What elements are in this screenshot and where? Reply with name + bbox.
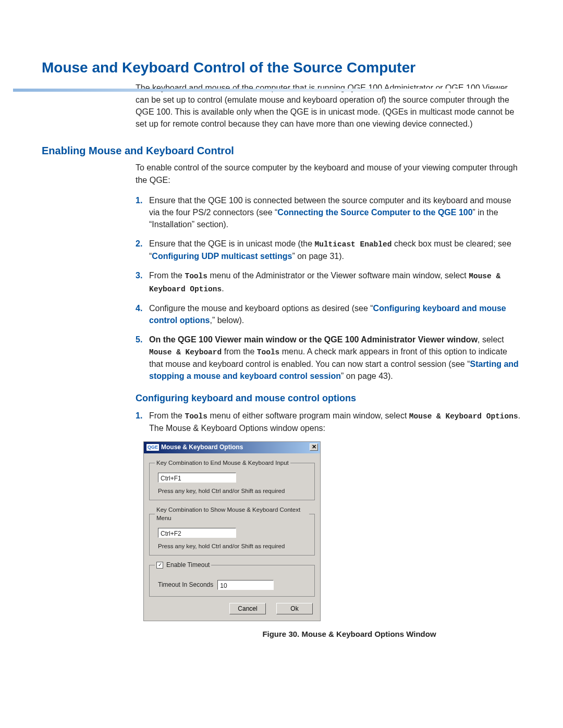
hint-text: Press any key, hold Ctrl and/or Shift as… bbox=[158, 487, 309, 496]
mk-options-dialog: QGE Mouse & Keyboard Options ✕ Key Combi… bbox=[143, 441, 321, 621]
mono-text: Multicast Enabled bbox=[315, 240, 392, 249]
link-connecting[interactable]: Connecting the Source Computer to the QG… bbox=[277, 208, 472, 217]
dialog-titlebar: QGE Mouse & Keyboard Options ✕ bbox=[144, 442, 320, 453]
step-number: 5. bbox=[136, 334, 142, 346]
dialog-title: Mouse & Keyboard Options bbox=[161, 443, 243, 452]
top-gradient-bar bbox=[13, 89, 563, 92]
cfg-step-1: 1. From the Tools menu of either softwar… bbox=[136, 410, 521, 434]
step-bold: On the QGE 100 Viewer main window or the… bbox=[149, 335, 478, 344]
timeout-label: Timeout In Seconds bbox=[158, 581, 213, 589]
dialog-buttons: Cancel Ok bbox=[144, 600, 320, 621]
step-text: menu of either software program main win… bbox=[207, 411, 409, 420]
step-2: 2. Ensure that the QGE is in unicast mod… bbox=[136, 238, 521, 262]
enabling-steps: 1. Ensure that the QGE 100 is connected … bbox=[136, 194, 521, 382]
fieldset-legend: Key Combination to End Mouse & Keyboard … bbox=[155, 459, 290, 467]
mono-text: Mouse & Keyboard bbox=[149, 348, 222, 356]
ok-button[interactable]: Ok bbox=[276, 603, 313, 614]
figure-caption: Figure 30. Mouse & Keyboard Options Wind… bbox=[177, 628, 521, 640]
enabling-lead: To enable control of the source computer… bbox=[136, 162, 521, 186]
step-1: 1. Ensure that the QGE 100 is connected … bbox=[136, 194, 521, 231]
dialog-figure: QGE Mouse & Keyboard Options ✕ Key Combi… bbox=[143, 441, 521, 640]
mono-text: Tools bbox=[257, 348, 280, 356]
step-number: 4. bbox=[136, 302, 142, 314]
step-text: ” on page 43). bbox=[341, 372, 393, 380]
fieldset-timeout: ✓ Enable Timeout Timeout In Seconds 10 bbox=[149, 561, 315, 597]
step-text: menu of the Administrator or the Viewer … bbox=[207, 271, 469, 280]
link-udp[interactable]: Configuring UDP multicast settings bbox=[152, 252, 292, 261]
checkbox-label: Enable Timeout bbox=[166, 561, 210, 570]
timeout-input[interactable]: 10 bbox=[217, 580, 274, 590]
step-text: , select bbox=[478, 335, 504, 344]
step-number: 2. bbox=[136, 238, 142, 250]
mono-text: Tools bbox=[185, 272, 207, 280]
step-text: ” on page 31). bbox=[292, 252, 344, 261]
step-text: from the bbox=[222, 347, 257, 356]
step-text: From the bbox=[149, 411, 185, 420]
step-text: From the bbox=[149, 271, 185, 280]
mono-text: Tools bbox=[185, 412, 207, 421]
step-4: 4. Configure the mouse and keyboard opti… bbox=[136, 302, 521, 326]
step-number: 3. bbox=[136, 269, 142, 281]
enable-timeout-checkbox[interactable]: ✓ bbox=[156, 562, 163, 569]
step-number: 1. bbox=[136, 410, 142, 422]
subsection-configuring: Configuring keyboard and mouse control o… bbox=[136, 391, 521, 405]
step-3: 3. From the Tools menu of the Administra… bbox=[136, 269, 521, 294]
fieldset-context-menu: Key Combination to Show Mouse & Keyboard… bbox=[149, 505, 315, 556]
step-5: 5. On the QGE 100 Viewer main window or … bbox=[136, 334, 521, 382]
cancel-button[interactable]: Cancel bbox=[229, 603, 266, 614]
step-text: Ensure that the QGE is in unicast mode (… bbox=[149, 239, 315, 248]
fieldset-legend: Key Combination to Show Mouse & Keyboard… bbox=[155, 505, 309, 523]
end-combo-input[interactable]: Ctrl+F1 bbox=[158, 473, 236, 483]
page-title: Mouse and Keyboard Control of the Source… bbox=[42, 57, 521, 79]
step-text: ,” below). bbox=[210, 316, 244, 325]
configuring-steps: 1. From the Tools menu of either softwar… bbox=[136, 410, 521, 434]
section-enabling: Enabling Mouse and Keyboard Control bbox=[42, 143, 521, 158]
step-number: 1. bbox=[136, 194, 142, 206]
context-combo-input[interactable]: Ctrl+F2 bbox=[158, 528, 236, 538]
mono-text: Mouse & Keyboard Options bbox=[409, 412, 518, 421]
qge-icon: QGE bbox=[146, 444, 159, 451]
hint-text: Press any key, hold Ctrl and/or Shift as… bbox=[158, 542, 309, 551]
close-icon[interactable]: ✕ bbox=[310, 443, 318, 451]
step-text: . bbox=[222, 284, 224, 293]
fieldset-legend: ✓ Enable Timeout bbox=[155, 561, 211, 570]
fieldset-end-input: Key Combination to End Mouse & Keyboard … bbox=[149, 459, 315, 500]
step-text: Configure the mouse and keyboard options… bbox=[149, 304, 373, 313]
